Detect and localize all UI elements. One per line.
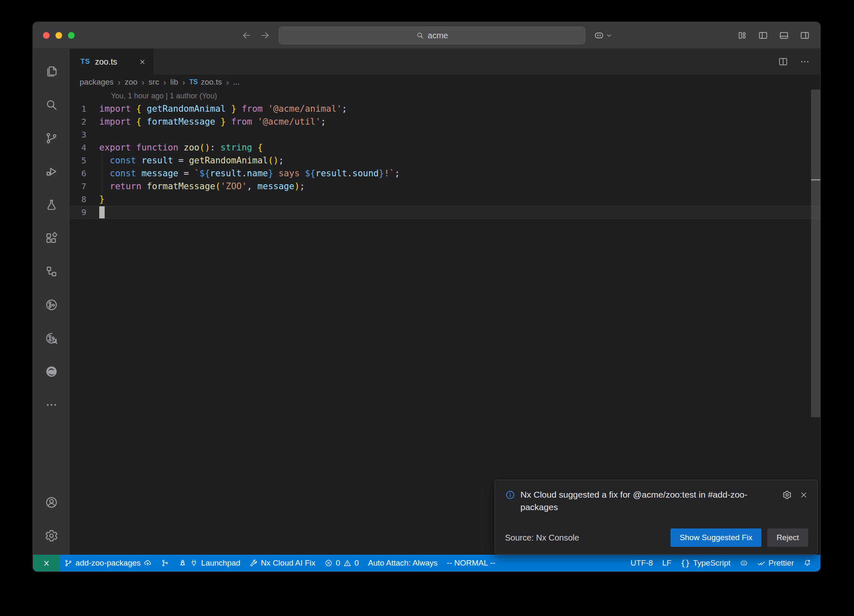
activity-item-account[interactable] (33, 486, 70, 519)
split-editor-icon[interactable] (778, 56, 789, 67)
titlebar: acme (33, 22, 820, 49)
activity-item-edge[interactable] (33, 355, 70, 388)
problems-status[interactable]: 00 (320, 555, 363, 571)
copilot-status[interactable] (735, 555, 753, 571)
tab-label: zoo.ts (95, 57, 117, 67)
activity-item-linked-squares[interactable] (33, 255, 70, 288)
nx-cloud-ai-fix-status[interactable]: Nx Cloud AI Fix (245, 555, 320, 571)
activity-item-extensions[interactable] (33, 221, 70, 255)
breadcrumb-item-lib[interactable]: lib (170, 78, 178, 87)
wrench-icon (249, 559, 258, 567)
account-icon (45, 496, 58, 509)
auto-attach-status[interactable]: Auto Attach: Always (363, 555, 442, 571)
maximize-window-button[interactable] (68, 32, 75, 39)
close-window-button[interactable] (43, 32, 50, 39)
info-icon (505, 488, 515, 500)
linked-squares-icon (45, 265, 58, 278)
eol-status[interactable]: LF (658, 555, 676, 571)
activity-item-nx-cloud[interactable] (33, 321, 70, 355)
braces-icon: {} (681, 558, 690, 568)
language-status[interactable]: {}TypeScript (676, 555, 735, 571)
breadcrumb-item-zoo[interactable]: zoo (125, 78, 138, 87)
code-line-3[interactable]: 3 (70, 128, 820, 141)
line-number: 4 (70, 141, 99, 154)
copilot-icon (740, 559, 748, 567)
extensions-icon (45, 231, 58, 245)
line-number: 8 (70, 193, 99, 206)
code-line-7[interactable]: 7 return formatMessage('ZOO', message); (70, 180, 820, 193)
code-line-4[interactable]: 4export function zoo(): string { (70, 141, 820, 154)
activity-item-source-control[interactable] (33, 121, 70, 155)
code-line-2[interactable]: 2import { formatMessage } from '@acme/ut… (70, 115, 820, 128)
minimize-window-button[interactable] (55, 32, 62, 39)
activity-bar (33, 49, 70, 555)
search-icon (45, 98, 58, 112)
notification-settings-icon[interactable] (782, 490, 792, 500)
breadcrumb-item-src[interactable]: src (148, 78, 159, 87)
debug-icon (45, 165, 58, 178)
customize-layout-icon[interactable] (737, 30, 748, 41)
nx-cloud-icon (45, 331, 58, 345)
back-arrow-icon[interactable] (241, 30, 252, 41)
branch-status[interactable]: add-zoo-packages (60, 555, 156, 571)
code-line-6[interactable]: 6 const message = `${result.name} says $… (70, 167, 820, 180)
git-graph-icon (161, 559, 169, 567)
cloud-upload-icon (143, 559, 152, 567)
activity-item-beaker[interactable] (33, 188, 70, 221)
breadcrumb-item-packages[interactable]: packages (80, 78, 113, 87)
activity-item-more[interactable] (33, 388, 70, 421)
code-line-9[interactable]: 9 (70, 206, 820, 219)
typescript-file-icon: TS (80, 58, 90, 66)
source-control-icon (45, 131, 58, 145)
screen: acme T (0, 0, 854, 616)
search-icon (416, 31, 424, 40)
reject-button[interactable]: Reject (767, 528, 808, 547)
notification-close-icon[interactable] (799, 490, 808, 500)
activity-item-nx-console[interactable] (33, 288, 70, 321)
code-line-8[interactable]: 8} (70, 193, 820, 206)
activity-item-debug[interactable] (33, 155, 70, 188)
line-number: 3 (70, 128, 99, 141)
beaker-icon (45, 198, 58, 212)
editor-scrollbar[interactable] (811, 90, 820, 417)
breadcrumb-separator: › (226, 78, 229, 87)
error-icon (324, 559, 333, 567)
breadcrumb-item-zoo-ts[interactable]: TSzoo.ts (189, 78, 222, 87)
copilot-icon (594, 30, 605, 41)
editor-more-actions-icon[interactable] (799, 56, 810, 67)
remote-indicator[interactable] (33, 555, 60, 571)
toggle-secondary-sidebar-icon[interactable] (799, 30, 810, 41)
settings-gear-icon (45, 529, 58, 543)
code-line-5[interactable]: 5 const result = getRandomAnimal(); (70, 154, 820, 167)
window-controls (43, 32, 75, 39)
rocket-icon (178, 559, 187, 567)
line-number: 2 (70, 115, 99, 128)
breadcrumb-item--[interactable]: ... (233, 78, 240, 87)
command-center-search[interactable]: acme (279, 27, 585, 44)
activity-item-files[interactable] (33, 55, 70, 88)
files-icon (45, 65, 58, 78)
toggle-sidebar-icon[interactable] (758, 30, 769, 41)
breadcrumb-separator: › (118, 78, 121, 87)
encoding-status[interactable]: UTF-8 (626, 555, 658, 571)
copilot-menu[interactable] (594, 30, 612, 41)
tab-bar: TS zoo.ts (70, 49, 820, 75)
line-number: 1 (70, 103, 99, 115)
prettier-status[interactable]: Prettier (753, 555, 799, 571)
vim-mode-status[interactable]: -- NORMAL -- (442, 555, 500, 571)
activity-item-search[interactable] (33, 88, 70, 121)
plug-icon (190, 559, 198, 567)
show-suggested-fix-button[interactable]: Show Suggested Fix (671, 528, 761, 547)
notifications-bell[interactable] (799, 555, 816, 571)
toggle-panel-icon[interactable] (779, 30, 789, 41)
tab-zoo-ts[interactable]: TS zoo.ts (70, 49, 153, 75)
activity-item-settings-gear[interactable] (33, 519, 70, 552)
launchpad-status[interactable]: Launchpad (174, 555, 245, 571)
code-line-1[interactable]: 1import { getRandomAnimal } from '@acme/… (70, 103, 820, 115)
forward-arrow-icon[interactable] (260, 30, 271, 41)
line-number: 7 (70, 180, 99, 193)
breadcrumb-separator: › (182, 78, 185, 87)
indent-guide (102, 154, 102, 193)
git-graph-status[interactable] (156, 555, 174, 571)
tab-close-icon[interactable] (139, 58, 146, 65)
